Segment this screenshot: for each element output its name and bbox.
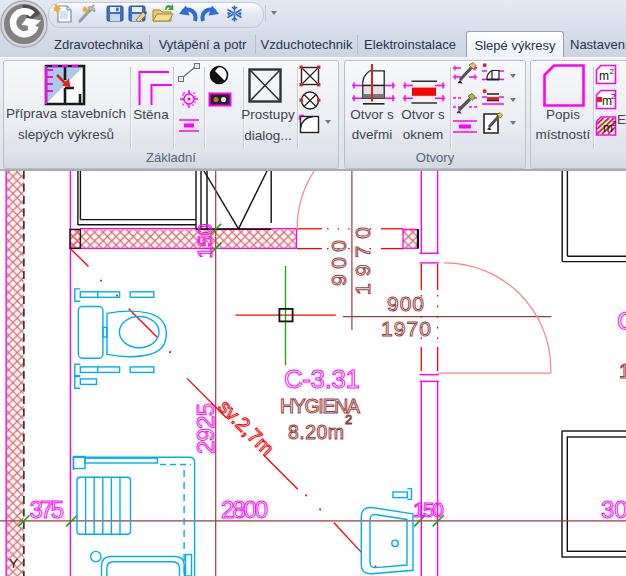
svg-text:8.20m: 8.20m [288,421,344,443]
svg-text:C-: C- [617,306,626,336]
svg-text:m: m [599,69,609,83]
svg-text:375: 375 [30,496,65,523]
svg-text:C-3.31: C-3.31 [284,364,360,394]
svg-text:sv.2,7m: sv.2,7m [214,395,278,459]
svg-text:1970: 1970 [351,227,374,295]
svg-text:2800: 2800 [221,496,268,523]
svg-text:900: 900 [327,240,350,286]
svg-text:300: 300 [601,496,626,523]
svg-text:2: 2 [612,119,617,128]
svg-text:2: 2 [610,67,615,76]
svg-text:1970: 1970 [381,317,431,340]
svg-text:2: 2 [611,92,616,101]
svg-text:1: 1 [619,360,626,382]
svg-text:900: 900 [387,292,424,315]
svg-text:Y: Y [9,556,18,571]
svg-text:2: 2 [345,412,352,427]
svg-text:150: 150 [193,224,216,259]
svg-text:150: 150 [413,498,444,521]
